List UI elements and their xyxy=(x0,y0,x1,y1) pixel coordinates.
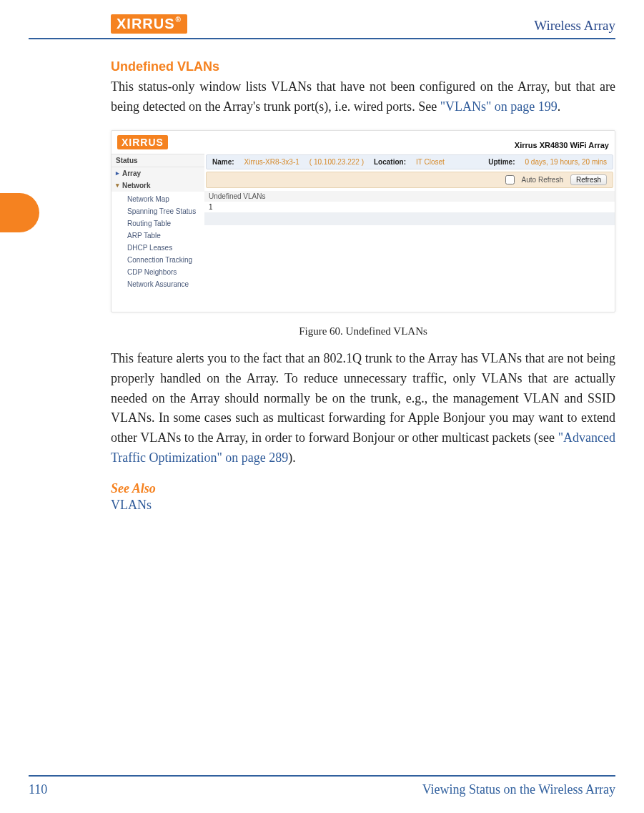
sidebar-item-array[interactable]: Array xyxy=(112,167,204,179)
status-bar: Name: Xirrus-XR8-3x3-1 ( 10.100.23.222 )… xyxy=(206,154,613,169)
embedded-ui-screenshot: XIRRUS Xirrus XR4830 WiFi Array Status A… xyxy=(111,130,615,312)
location-value: IT Closet xyxy=(416,158,445,166)
sidebar-item-dhcp-leases[interactable]: DHCP Leases xyxy=(127,242,204,254)
body-text: This feature alerts you to the fact that… xyxy=(111,351,615,445)
table-row: 1 xyxy=(204,202,615,212)
toolbar: Auto Refresh Refresh xyxy=(206,172,613,188)
figure-caption: Figure 60. Undefined VLANs xyxy=(111,325,615,337)
intro-text-post: . xyxy=(558,99,561,114)
name-label: Name: xyxy=(212,158,234,166)
ip-value: ( 10.100.23.222 ) xyxy=(309,158,364,166)
vlans-page-link[interactable]: "VLANs" on page 199 xyxy=(440,99,558,114)
table-header: Undefined VLANs xyxy=(204,191,615,202)
sidebar-item-network-map[interactable]: Network Map xyxy=(127,193,204,205)
name-value: Xirrus-XR8-3x3-1 xyxy=(244,158,299,166)
sidebar-item-connection-tracking[interactable]: Connection Tracking xyxy=(127,254,204,266)
see-also-heading: See Also xyxy=(111,481,615,496)
auto-refresh-checkbox[interactable] xyxy=(505,175,515,184)
embedded-xirrus-logo-icon: XIRRUS xyxy=(117,135,168,149)
sidebar-item-network[interactable]: Network xyxy=(112,179,204,192)
sidebar-item-cdp-neighbors[interactable]: CDP Neighbors xyxy=(127,266,204,278)
nav-sidebar: Status Array Network Network Map Spannin… xyxy=(112,154,204,310)
location-label: Location: xyxy=(374,158,406,166)
page-number: 110 xyxy=(29,782,47,797)
table-row xyxy=(204,212,615,225)
section-tab-decoration xyxy=(0,193,39,232)
auto-refresh-label: Auto Refresh xyxy=(522,176,563,184)
section-heading: Undefined VLANs xyxy=(111,59,615,74)
sidebar-item-arp-table[interactable]: ARP Table xyxy=(127,230,204,242)
sidebar-group-status: Status xyxy=(112,154,204,167)
device-model-label: Xirrus XR4830 WiFi Array xyxy=(515,141,609,149)
body-paragraph: This feature alerts you to the fact that… xyxy=(111,349,615,468)
xirrus-logo-icon: XIRRUS xyxy=(111,14,187,34)
sidebar-subitems: Network Map Spanning Tree Status Routing… xyxy=(127,193,204,290)
sidebar-item-network-assurance[interactable]: Network Assurance xyxy=(127,278,204,290)
sidebar-item-spanning-tree[interactable]: Spanning Tree Status xyxy=(127,205,204,217)
sidebar-item-routing-table[interactable]: Routing Table xyxy=(127,217,204,230)
page-header: XIRRUS Wireless Array xyxy=(29,14,615,39)
intro-paragraph: This status-only window lists VLANs that… xyxy=(111,77,615,117)
product-name: Wireless Array xyxy=(534,18,615,34)
refresh-button[interactable]: Refresh xyxy=(570,174,607,185)
uptime-label: Uptime: xyxy=(488,158,515,166)
uptime-value: 0 days, 19 hours, 20 mins xyxy=(525,158,607,166)
figure-60: XIRRUS Xirrus XR4830 WiFi Array Status A… xyxy=(111,130,615,312)
document-page: XIRRUS Wireless Array Undefined VLANs Th… xyxy=(0,0,644,813)
see-also-vlans-link[interactable]: VLANs xyxy=(111,498,615,513)
page-footer: 110 Viewing Status on the Wireless Array xyxy=(29,775,615,797)
body-text-post: ). xyxy=(288,450,296,465)
chapter-title: Viewing Status on the Wireless Array xyxy=(422,782,615,797)
